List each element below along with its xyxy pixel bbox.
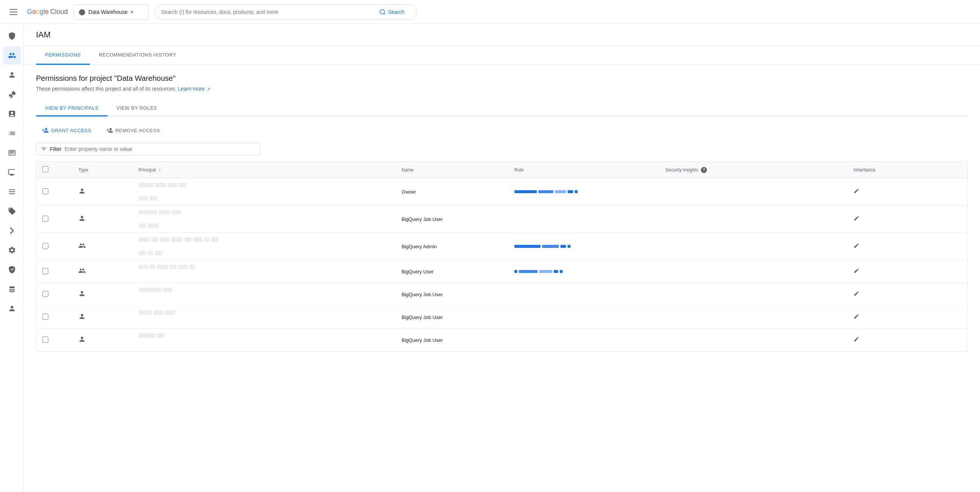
security-cell — [508, 260, 659, 283]
security-segment — [554, 270, 558, 273]
action-cell[interactable] — [847, 283, 938, 306]
sidebar-icon-iam[interactable] — [3, 46, 21, 64]
table-row: BigQuery User — [37, 260, 968, 283]
search-bar: Search — [155, 5, 417, 19]
name-cell — [133, 192, 396, 205]
edit-icon[interactable] — [853, 268, 859, 275]
table-row: BigQuery Admin — [37, 233, 968, 260]
project-selector[interactable]: ⬤ Data Warehouse ▾ — [74, 5, 149, 19]
principal-cell — [133, 283, 396, 297]
name-cell — [133, 219, 396, 233]
hamburger-menu[interactable] — [6, 5, 21, 19]
security-segment — [514, 190, 537, 193]
security-segment — [519, 270, 538, 273]
action-cell[interactable] — [847, 329, 938, 352]
sidebar-icon-list[interactable] — [3, 124, 21, 142]
main-content: IAM PERMISSIONS RECOMMENDATIONS HISTORY … — [24, 24, 980, 492]
remove-access-label: REMOVE ACCESS — [115, 128, 160, 133]
edit-icon[interactable] — [853, 314, 859, 321]
sidebar-icon-person-bottom[interactable] — [3, 300, 21, 317]
security-header: Security insights ? — [659, 162, 847, 178]
blurred-principal — [138, 237, 150, 242]
security-cell — [508, 233, 659, 260]
principal-header[interactable]: Principal ↑ — [133, 162, 396, 178]
sidebar-icon-shield[interactable] — [3, 27, 21, 45]
row-checkbox[interactable] — [42, 336, 48, 343]
search-button[interactable]: Search — [373, 6, 410, 17]
row-checkbox[interactable] — [42, 291, 48, 297]
action-cell[interactable] — [847, 306, 938, 329]
sidebar-icon-security[interactable] — [3, 260, 21, 279]
view-tab-principals[interactable]: VIEW BY PRINCIPALS — [36, 101, 108, 116]
security-indicator — [568, 245, 571, 248]
person-icon — [78, 189, 86, 196]
blurred-principal — [172, 210, 181, 214]
sidebar-icon-report[interactable] — [3, 105, 21, 123]
security-bar — [514, 270, 653, 273]
view-tab-roles[interactable]: VIEW BY ROLES — [108, 101, 166, 116]
sort-icon: ↑ — [159, 167, 161, 173]
blurred-principal — [162, 287, 172, 292]
remove-access-button[interactable]: REMOVE ACCESS — [100, 124, 166, 136]
sidebar-icon-account[interactable] — [3, 66, 21, 84]
svg-point-0 — [380, 10, 384, 14]
search-input[interactable] — [161, 9, 370, 15]
tab-permissions[interactable]: PERMISSIONS — [36, 46, 90, 65]
inheritance-cell — [659, 178, 847, 206]
edit-icon[interactable] — [853, 337, 859, 343]
project-name: Data Warehouse — [88, 9, 128, 15]
role-cell: BigQuery Job User — [396, 306, 508, 329]
security-bar — [514, 190, 653, 193]
action-cell[interactable] — [847, 178, 938, 206]
google-cloud-logo: Google Cloud — [27, 8, 68, 16]
blurred-principal — [157, 265, 168, 269]
filter-input[interactable] — [64, 146, 256, 152]
inheritance-header: Inheritance — [847, 162, 938, 178]
sidebar-icon-database[interactable] — [3, 280, 21, 298]
blurred-principal — [178, 265, 188, 269]
select-all-checkbox[interactable] — [42, 166, 48, 172]
sidebar-icon-forward[interactable] — [3, 222, 21, 240]
sidebar-icon-rows[interactable] — [3, 183, 21, 201]
person-icon — [78, 337, 86, 344]
inheritance-cell — [659, 329, 847, 352]
sidebar-icon-notes[interactable] — [3, 144, 21, 162]
page-header: IAM — [24, 24, 980, 46]
edit-icon[interactable] — [853, 189, 859, 195]
external-link-icon: ↗ — [207, 86, 210, 92]
principal-cell — [133, 206, 396, 219]
security-help-icon[interactable]: ? — [701, 167, 707, 173]
principal-cell — [133, 260, 396, 274]
project-dot-icon: ⬤ — [79, 8, 86, 15]
blurred-principal — [138, 310, 152, 315]
sidebar-icon-wrench[interactable] — [3, 86, 21, 103]
row-checkbox[interactable] — [42, 216, 48, 222]
row-checkbox[interactable] — [42, 314, 48, 320]
edit-icon[interactable] — [853, 291, 859, 298]
edit-icon[interactable] — [853, 243, 859, 250]
security-segment — [542, 245, 559, 248]
tab-recommendations-history[interactable]: RECOMMENDATIONS HISTORY — [90, 46, 185, 65]
blurred-principal — [189, 265, 195, 269]
person-icon — [78, 216, 86, 224]
sidebar-icon-tag[interactable] — [3, 202, 21, 220]
principal-cell — [133, 233, 396, 246]
blurred-principal — [168, 183, 177, 187]
learn-more-link[interactable]: Learn more ↗ — [178, 86, 210, 92]
row-checkbox[interactable] — [42, 243, 48, 249]
sidebar-icon-display[interactable] — [3, 163, 21, 181]
row-checkbox[interactable] — [42, 268, 48, 274]
blurred-name — [148, 224, 159, 228]
blurred-principal — [150, 265, 155, 269]
edit-icon[interactable] — [853, 216, 859, 222]
name-cell — [133, 319, 396, 329]
blurred-principal — [169, 265, 177, 269]
action-cell[interactable] — [847, 260, 938, 283]
row-checkbox[interactable] — [42, 188, 48, 194]
action-cell[interactable] — [847, 206, 938, 233]
table-row: BigQuery Job User — [37, 206, 968, 233]
security-cell — [508, 178, 659, 206]
sidebar-icon-settings[interactable] — [3, 241, 21, 259]
grant-access-button[interactable]: GRANT ACCESS — [36, 124, 97, 136]
action-cell[interactable] — [847, 233, 938, 260]
